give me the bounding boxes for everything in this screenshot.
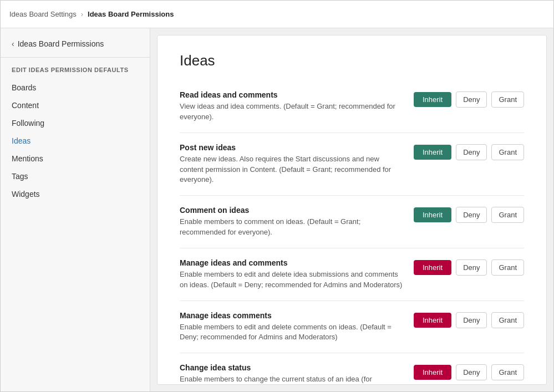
deny-button-change-idea-status[interactable]: Deny xyxy=(456,364,487,380)
sidebar-item-content[interactable]: Content xyxy=(1,96,150,114)
sidebar-back-link[interactable]: ‹ Ideas Board Permissions xyxy=(1,39,150,58)
deny-button-read-ideas[interactable]: Deny xyxy=(456,91,487,108)
permission-text-manage-ideas-comments: Manage ideas and commentsEnable members … xyxy=(180,258,403,291)
grant-button-manage-ideas-comments-only[interactable]: Grant xyxy=(491,312,524,328)
back-arrow-icon: ‹ xyxy=(12,39,14,48)
breadcrumb-separator: › xyxy=(81,10,83,18)
permission-controls-manage-ideas-comments-only: InheritDenyGrant xyxy=(414,312,524,328)
inherit-button-manage-ideas-comments[interactable]: Inherit xyxy=(414,260,451,275)
permission-name-change-idea-status: Change idea status xyxy=(180,363,403,372)
permission-row-manage-ideas-comments-only: Manage ideas commentsEnable members to e… xyxy=(180,301,524,354)
permission-desc-comment-on-ideas: Enable members to comment on ideas. (Def… xyxy=(180,217,403,238)
sidebar-section-label: EDIT IDEAS PERMISSION DEFAULTS xyxy=(1,67,150,79)
sidebar-item-tags[interactable]: Tags xyxy=(1,167,150,185)
sidebar-item-following[interactable]: Following xyxy=(1,114,150,132)
grant-button-read-ideas[interactable]: Grant xyxy=(491,91,524,108)
sidebar-item-ideas[interactable]: Ideas xyxy=(1,132,150,150)
deny-button-manage-ideas-comments-only[interactable]: Deny xyxy=(456,312,487,328)
grant-button-change-idea-status[interactable]: Grant xyxy=(491,364,524,380)
permission-desc-read-ideas: View ideas and idea comments. (Default =… xyxy=(180,101,403,123)
inherit-button-change-idea-status[interactable]: Inherit xyxy=(414,365,451,380)
inherit-button-manage-ideas-comments-only[interactable]: Inherit xyxy=(414,313,451,328)
permission-controls-manage-ideas-comments: InheritDenyGrant xyxy=(414,259,524,276)
permission-text-read-ideas: Read ideas and commentsView ideas and id… xyxy=(180,90,403,123)
permission-desc-manage-ideas-comments: Enable members to edit and delete idea s… xyxy=(180,269,403,291)
deny-button-comment-on-ideas[interactable]: Deny xyxy=(456,207,487,223)
grant-button-comment-on-ideas[interactable]: Grant xyxy=(491,207,524,223)
inherit-button-post-new-ideas[interactable]: Inherit xyxy=(414,145,451,160)
sidebar-back-label: Ideas Board Permissions xyxy=(18,39,104,48)
permission-desc-change-idea-status: Enable members to change the current sta… xyxy=(180,374,403,385)
permission-name-manage-ideas-comments: Manage ideas and comments xyxy=(180,258,403,267)
main-layout: ‹ Ideas Board Permissions EDIT IDEAS PER… xyxy=(1,28,553,391)
permission-desc-post-new-ideas: Create new ideas. Also requires the Star… xyxy=(180,154,403,186)
permission-controls-post-new-ideas: InheritDenyGrant xyxy=(414,144,524,160)
deny-button-manage-ideas-comments[interactable]: Deny xyxy=(456,259,487,276)
permission-controls-change-idea-status: InheritDenyGrant xyxy=(414,364,524,380)
permission-name-manage-ideas-comments-only: Manage ideas comments xyxy=(180,311,403,320)
permission-row-post-new-ideas: Post new ideasCreate new ideas. Also req… xyxy=(180,133,524,196)
permission-desc-manage-ideas-comments-only: Enable members to edit and delete commen… xyxy=(180,322,403,343)
grant-button-post-new-ideas[interactable]: Grant xyxy=(491,144,524,160)
permission-row-comment-on-ideas: Comment on ideasEnable members to commen… xyxy=(180,196,524,248)
permission-name-comment-on-ideas: Comment on ideas xyxy=(180,206,403,215)
permission-row-read-ideas: Read ideas and commentsView ideas and id… xyxy=(180,80,524,133)
sidebar-item-mentions[interactable]: Mentions xyxy=(1,150,150,167)
permission-text-manage-ideas-comments-only: Manage ideas commentsEnable members to e… xyxy=(180,311,403,343)
content-area: Ideas Read ideas and commentsView ideas … xyxy=(157,35,547,385)
sidebar-item-widgets[interactable]: Widgets xyxy=(1,185,150,203)
permission-name-read-ideas: Read ideas and comments xyxy=(180,90,403,99)
permission-text-post-new-ideas: Post new ideasCreate new ideas. Also req… xyxy=(180,143,403,186)
permission-text-comment-on-ideas: Comment on ideasEnable members to commen… xyxy=(180,206,403,238)
inherit-button-comment-on-ideas[interactable]: Inherit xyxy=(414,207,451,222)
inherit-button-read-ideas[interactable]: Inherit xyxy=(414,92,451,107)
permission-row-manage-ideas-comments: Manage ideas and commentsEnable members … xyxy=(180,248,524,301)
permission-name-post-new-ideas: Post new ideas xyxy=(180,143,403,152)
sidebar-item-boards[interactable]: Boards xyxy=(1,79,150,96)
permission-text-change-idea-status: Change idea statusEnable members to chan… xyxy=(180,363,403,385)
deny-button-post-new-ideas[interactable]: Deny xyxy=(456,144,487,160)
permission-controls-read-ideas: InheritDenyGrant xyxy=(414,91,524,108)
sidebar-nav: BoardsContentFollowingIdeasMentionsTagsW… xyxy=(1,79,150,203)
permission-controls-comment-on-ideas: InheritDenyGrant xyxy=(414,207,524,223)
sidebar: ‹ Ideas Board Permissions EDIT IDEAS PER… xyxy=(1,28,150,391)
page-title: Ideas xyxy=(180,52,524,69)
breadcrumb-item-1[interactable]: Ideas Board Settings xyxy=(9,10,77,18)
top-bar: Ideas Board Settings › Ideas Board Permi… xyxy=(1,1,553,28)
grant-button-manage-ideas-comments[interactable]: Grant xyxy=(491,259,524,276)
breadcrumb-item-2: Ideas Board Permissions xyxy=(88,10,174,18)
permissions-list: Read ideas and commentsView ideas and id… xyxy=(180,80,524,385)
permission-row-change-idea-status: Change idea statusEnable members to chan… xyxy=(180,353,524,385)
